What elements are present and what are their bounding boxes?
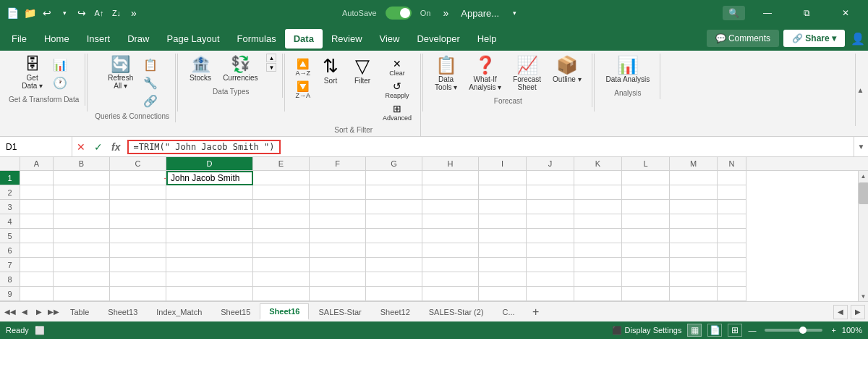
cell-j5[interactable] (527, 229, 574, 243)
cell-k2[interactable] (574, 185, 622, 200)
row-num-9[interactable]: 9 (0, 287, 20, 301)
cell-g9[interactable] (366, 287, 422, 301)
col-header-c[interactable]: C (110, 157, 166, 170)
data-analysis-button[interactable]: 📊 Data Analysis (602, 54, 655, 86)
formula-fx-button[interactable]: fx (107, 141, 124, 153)
cell-e3[interactable] (253, 200, 310, 214)
cell-g2[interactable] (366, 185, 422, 200)
col-header-a[interactable]: A (20, 157, 54, 170)
cell-k3[interactable] (574, 200, 622, 214)
col-header-n[interactable]: N (718, 157, 746, 170)
sort-asc-icon[interactable]: A↑ (93, 7, 106, 20)
refresh-all-button[interactable]: 🔄 RefreshAll ▾ (103, 54, 137, 93)
cell-i5[interactable] (479, 229, 527, 243)
formula-confirm-button[interactable]: ✓ (90, 141, 107, 153)
data-type-down[interactable]: ▼ (266, 63, 276, 72)
restore-button[interactable]: ⧉ (790, 0, 823, 26)
menu-developer[interactable]: Developer (408, 29, 468, 49)
cell-reference-box[interactable]: D1 (0, 137, 72, 156)
cell-e8[interactable] (253, 272, 310, 287)
col-header-i[interactable]: I (479, 157, 527, 170)
cell-e4[interactable] (253, 214, 310, 229)
cell-b6[interactable] (54, 243, 110, 258)
cell-h8[interactable] (422, 272, 479, 287)
cell-b1[interactable] (54, 171, 110, 185)
cell-b4[interactable] (54, 214, 110, 229)
col-header-l[interactable]: L (622, 157, 670, 170)
recent-sources-button[interactable]: 🕐 (50, 75, 70, 91)
new-file-icon[interactable]: 📄 (6, 7, 19, 20)
cell-m2[interactable] (670, 185, 718, 200)
cell-h6[interactable] (422, 243, 479, 258)
col-header-f[interactable]: F (310, 157, 366, 170)
col-header-k[interactable]: K (574, 157, 622, 170)
data-tools-button[interactable]: 📋 DataTools ▾ (430, 54, 461, 94)
sheet-tab-sheet12[interactable]: Sheet12 (371, 304, 420, 319)
cell-h4[interactable] (422, 214, 479, 229)
cell-i1[interactable] (479, 171, 527, 185)
cell-c6[interactable] (110, 243, 166, 258)
zoom-plus-button[interactable]: + (831, 326, 835, 335)
cell-h3[interactable] (422, 200, 479, 214)
cell-b7[interactable] (54, 258, 110, 272)
col-header-h[interactable]: H (422, 157, 479, 170)
sheet-tab-table[interactable]: Table (61, 304, 98, 319)
sheet-nav-prev[interactable]: ◀ (17, 305, 32, 319)
cell-h2[interactable] (422, 185, 479, 200)
cell-n7[interactable] (718, 258, 746, 272)
cell-k4[interactable] (574, 214, 622, 229)
cell-l8[interactable] (622, 272, 670, 287)
cell-f8[interactable] (310, 272, 366, 287)
row-num-5[interactable]: 5 (0, 229, 20, 243)
menu-home[interactable]: Home (35, 29, 78, 49)
sheet-tab-index-match[interactable]: Index_Match (147, 304, 211, 319)
cell-h7[interactable] (422, 258, 479, 272)
cell-f2[interactable] (310, 185, 366, 200)
cell-m6[interactable] (670, 243, 718, 258)
cell-j2[interactable] (527, 185, 574, 200)
cell-d2[interactable] (166, 185, 253, 200)
col-header-d[interactable]: D (166, 157, 253, 170)
sheet-nav-first[interactable]: ◀◀ (3, 305, 17, 319)
cell-j3[interactable] (527, 200, 574, 214)
reapply-button[interactable]: ↺ Reapply (380, 79, 414, 101)
cell-n5[interactable] (718, 229, 746, 243)
cell-m9[interactable] (670, 287, 718, 301)
cell-l1[interactable] (622, 171, 670, 185)
row-num-3[interactable]: 3 (0, 200, 20, 214)
cell-l2[interactable] (622, 185, 670, 200)
cell-j6[interactable] (527, 243, 574, 258)
cell-i2[interactable] (479, 185, 527, 200)
tab-scroll-left[interactable]: ◀ (833, 305, 848, 319)
existing-connections-button[interactable]: 📊 (50, 56, 70, 73)
menu-formulas[interactable]: Formulas (229, 29, 285, 49)
cell-a5[interactable] (20, 229, 54, 243)
cell-k1[interactable] (574, 171, 622, 185)
cell-d6[interactable] (166, 243, 253, 258)
cell-i9[interactable] (479, 287, 527, 301)
sheet-tab-sheet16[interactable]: Sheet16 (260, 303, 309, 320)
cell-c9[interactable] (110, 287, 166, 301)
sort-desc-icon[interactable]: Z↓ (110, 7, 123, 20)
autosave-toggle[interactable] (386, 7, 412, 20)
cell-b9[interactable] (54, 287, 110, 301)
menu-data[interactable]: Data (285, 29, 323, 49)
scroll-up-button[interactable]: ▲ (859, 171, 868, 181)
col-header-j[interactable]: J (527, 157, 574, 170)
cell-e6[interactable] (253, 243, 310, 258)
cell-c2[interactable] (110, 185, 166, 200)
col-header-m[interactable]: M (670, 157, 718, 170)
more-commands-icon[interactable]: » (127, 7, 140, 20)
cell-n3[interactable] (718, 200, 746, 214)
filename-dropdown-icon[interactable]: ▾ (508, 7, 521, 20)
menu-review[interactable]: Review (323, 29, 371, 49)
cell-l4[interactable] (622, 214, 670, 229)
cell-j1[interactable] (527, 171, 574, 185)
row-num-8[interactable]: 8 (0, 272, 20, 287)
formula-cancel-button[interactable]: ✕ (72, 141, 90, 153)
cell-g8[interactable] (366, 272, 422, 287)
cell-a7[interactable] (20, 258, 54, 272)
cell-d8[interactable] (166, 272, 253, 287)
cell-a9[interactable] (20, 287, 54, 301)
cell-h9[interactable] (422, 287, 479, 301)
